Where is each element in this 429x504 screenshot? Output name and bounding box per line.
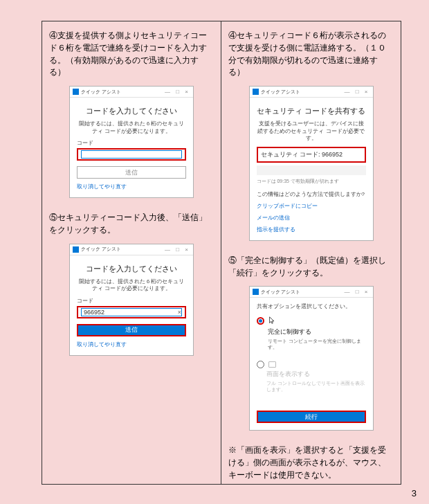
continue-button[interactable]: 続行 <box>257 411 366 423</box>
dialog-desc: 支援を受けるユーザーには、デバイスに接続するためのセキュリティ コードが必要です… <box>257 120 366 143</box>
step4-right-text: ④セキュリティコード６桁が表示されるので支援を受ける側に電話連絡する。（１０分で… <box>228 30 394 79</box>
window-controls[interactable]: — □ × <box>165 89 190 95</box>
content-frame: ④支援を提供する側よりセキュリティコード６桁を電話で連絡を受けコードを入力する。… <box>42 21 401 485</box>
window-title: クイック アシスト <box>81 246 165 253</box>
code-input[interactable]: 966952 <box>81 308 182 316</box>
window-controls[interactable]: — □ × <box>345 289 370 295</box>
left-column: ④支援を提供する側よりセキュリティコード６桁を電話で連絡を受けコードを入力する。… <box>42 21 221 484</box>
share-question: この情報はどのような方法で提供しますか? <box>257 190 366 198</box>
window-controls[interactable]: — □ × <box>345 89 370 95</box>
quick-assist-window-code-empty: クイック アシスト — □ × コードを入力してください 開始するには、提供され… <box>69 86 194 198</box>
clear-icon[interactable]: × <box>178 309 181 316</box>
option-full-control-body: 完全に制御する リモート コンピューターを完全に制御します。 <box>257 327 366 350</box>
app-icon <box>73 89 79 95</box>
option-view-screen-body: 画面を表示する フル コントロールなしでリモート画面を表示します。 <box>257 370 366 393</box>
quick-assist-window-share-options: クイック アシスト — □ × 共有オプションを選択してください。 <box>249 286 374 431</box>
titlebar: クイック アシスト — □ × <box>70 244 193 255</box>
step5-left-text: ⑤セキュリティーコード入力後、「送信」をクリックする。 <box>49 212 214 237</box>
code-input[interactable] <box>81 150 182 159</box>
code-label: コード <box>77 297 186 305</box>
code-input-highlight[interactable] <box>77 148 186 161</box>
expire-text: コードは 09:35 で有効期限が切れます <box>257 178 366 185</box>
screen-icon <box>268 361 276 368</box>
dialog-desc: 開始するには、提供された 6 桁のセキュリティ コードが必要になります。 <box>77 120 186 135</box>
opt2-desc: フル コントロールなしでリモート画面を表示します。 <box>266 380 366 393</box>
step4-left-text: ④支援を提供する側よりセキュリティコード６桁を電話で連絡を受けコードを入力する。… <box>49 30 214 79</box>
titlebar: クイック アシスト — □ × <box>250 287 373 298</box>
titlebar: クイック アシスト — □ × <box>250 87 373 98</box>
dialog-heading: コードを入力してください <box>77 106 186 116</box>
dialog-heading: コードを入力してください <box>77 264 186 274</box>
quick-assist-window-code-filled: クイック アシスト — □ × コードを入力してください 開始するには、提供され… <box>69 244 194 356</box>
security-code-label: セキュリティ コード: 966952 <box>261 151 343 158</box>
cancel-link[interactable]: 取り消してやり直す <box>77 183 186 190</box>
radio-unselected-icon[interactable] <box>257 361 264 368</box>
step5-right-text: ⑤「完全に制御する」（既定値）を選択し「続行」をクリックする。 <box>228 255 394 280</box>
opt2-title: 画面を表示する <box>266 370 366 379</box>
code-input-highlight[interactable]: 966952 × <box>77 306 186 318</box>
send-email-link[interactable]: メールの送信 <box>257 214 366 222</box>
share-strip <box>257 165 366 175</box>
opt1-desc: リモート コンピューターを完全に制御します。 <box>268 338 366 350</box>
app-icon <box>253 89 259 95</box>
window-title: クイック アシスト <box>81 89 165 96</box>
opt1-title: 完全に制御する <box>268 327 366 336</box>
window-title: クイック アシスト <box>261 89 345 96</box>
send-button[interactable]: 送信 <box>77 324 186 336</box>
window-controls[interactable]: — □ × <box>165 246 190 253</box>
code-label: コード <box>77 139 186 147</box>
right-column: ④セキュリティコード６桁が表示されるので支援を受ける側に電話連絡する。（１０分で… <box>221 21 401 484</box>
dialog-heading: セキュリティ コードを共有する <box>257 106 366 116</box>
app-icon <box>253 289 259 295</box>
window-title: クイック アシスト <box>261 289 345 296</box>
security-code-highlight: セキュリティ コード: 966952 <box>257 147 366 163</box>
cancel-link[interactable]: 取り消してやり直す <box>77 341 186 348</box>
titlebar: クイック アシスト — □ × <box>70 87 193 98</box>
option-full-control[interactable] <box>257 316 366 325</box>
quick-assist-window-share-code: クイック アシスト — □ × セキュリティ コードを共有する 支援を受けるユー… <box>249 86 374 241</box>
provide-instructions-link[interactable]: 指示を提供する <box>257 226 366 233</box>
dialog-desc: 開始するには、提供された 6 桁のセキュリティ コードが必要になります。 <box>77 278 186 293</box>
option-view-screen[interactable] <box>257 360 366 368</box>
cursor-icon <box>268 316 275 325</box>
radio-selected-icon[interactable] <box>257 317 264 325</box>
send-button-disabled[interactable]: 送信 <box>77 166 186 179</box>
page-number: 3 <box>412 488 417 498</box>
note-text: ※「画面を表示」を選択すると「支援を受ける」側の画面が表示されるが、マウス、キー… <box>228 444 394 481</box>
copy-clipboard-link[interactable]: クリップボードにコピー <box>257 202 366 210</box>
app-icon <box>73 246 79 253</box>
dialog-heading: 共有オプションを選択してください。 <box>257 303 366 311</box>
